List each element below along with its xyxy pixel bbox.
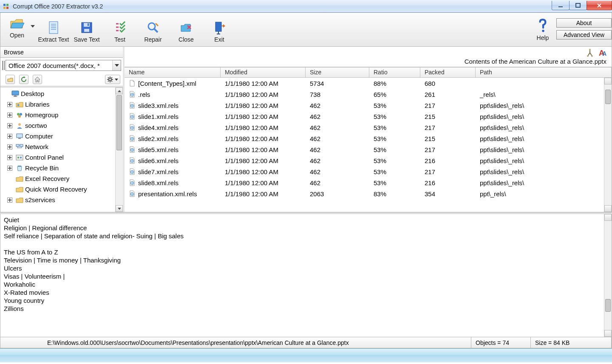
tree-item[interactable]: Recycle Bin: [0, 163, 115, 173]
scroll-down-icon[interactable]: [116, 205, 123, 212]
extract-text-button[interactable]: Extract Text: [37, 14, 70, 44]
table-row[interactable]: slide4.xml.rels1/1/1980 12:00 AM46253%21…: [125, 122, 604, 133]
expander-icon[interactable]: [7, 166, 12, 171]
grip-icon[interactable]: [2, 61, 5, 70]
col-header-modified[interactable]: Modified: [221, 68, 306, 77]
grid-scrollbar[interactable]: [604, 78, 612, 212]
test-button[interactable]: Test: [103, 14, 136, 44]
cell-size: 462: [306, 157, 369, 164]
window-minimize-button[interactable]: [552, 1, 570, 10]
expander-icon[interactable]: [7, 144, 12, 150]
tree-item[interactable]: Quick Word Recovery: [0, 184, 115, 195]
cell-modified: 1/1/1980 12:00 AM: [221, 168, 306, 175]
expander-icon[interactable]: [7, 155, 12, 160]
table-row[interactable]: slide3.xml.rels1/1/1980 12:00 AM46253%21…: [125, 100, 604, 111]
tree-item[interactable]: Computer: [0, 131, 115, 141]
table-row[interactable]: slide1.xml.rels1/1/1980 12:00 AM46253%21…: [125, 111, 604, 122]
table-row[interactable]: slide8.xml.rels1/1/1980 12:00 AM46253%21…: [125, 177, 604, 188]
tree-item[interactable]: Excel Recovery: [0, 173, 115, 184]
tree-item[interactable]: Libraries: [0, 99, 115, 110]
tree-item[interactable]: Control Panel: [0, 152, 115, 163]
open-dropdown-caret-icon[interactable]: [31, 25, 35, 29]
scroll-thumb[interactable]: [116, 95, 122, 150]
nav-up-icon[interactable]: [6, 75, 15, 84]
windows-taskbar[interactable]: [0, 348, 612, 362]
tree-item-label: Network: [25, 143, 48, 150]
table-row[interactable]: slide2.xml.rels1/1/1980 12:00 AM46253%21…: [125, 133, 604, 144]
scroll-down-icon[interactable]: [604, 330, 612, 337]
scroll-thumb[interactable]: [605, 90, 611, 104]
cell-path: ppt\slides\_rels\: [476, 135, 604, 142]
nav-home-icon[interactable]: [33, 75, 42, 84]
cell-size: 462: [306, 168, 369, 175]
col-header-ratio[interactable]: Ratio: [369, 68, 420, 77]
tree-item[interactable]: socrtwo: [0, 120, 115, 131]
tree-item-label: Recycle Bin: [25, 164, 59, 172]
scroll-up-icon[interactable]: [604, 78, 612, 85]
tree-item[interactable]: Network: [0, 141, 115, 152]
svg-line-19: [108, 77, 109, 78]
cell-modified: 1/1/1980 12:00 AM: [221, 113, 306, 120]
table-row[interactable]: [Content_Types].xml1/1/1980 12:00 AM5734…: [125, 78, 604, 89]
window-title: Corrupt Office 2007 Extractor v3.2: [12, 3, 552, 10]
expander-icon[interactable]: [7, 102, 12, 107]
folder-tree[interactable]: DesktopLibrariesHomegroupsocrtwoComputer…: [0, 87, 123, 212]
scroll-down-icon[interactable]: [604, 205, 612, 212]
help-button[interactable]: Help: [531, 13, 555, 42]
repair-button[interactable]: Repair: [136, 14, 170, 44]
expander-icon[interactable]: [7, 134, 12, 139]
tree-item[interactable]: Desktop: [0, 88, 115, 99]
table-row[interactable]: slide6.xml.rels1/1/1980 12:00 AM46253%21…: [125, 155, 604, 166]
col-header-path[interactable]: Path: [476, 68, 612, 77]
svg-rect-23: [12, 91, 19, 95]
status-size: Size = 84 KB: [531, 337, 612, 348]
expander-icon[interactable]: [7, 123, 12, 128]
table-row[interactable]: slide5.xml.rels1/1/1980 12:00 AM46253%21…: [125, 144, 604, 155]
file-type-filter-input[interactable]: [6, 62, 112, 69]
about-button[interactable]: About: [556, 18, 612, 28]
grid-header: Name Modified Size Ratio Packed Path: [125, 68, 612, 78]
window-maximize-button[interactable]: [569, 1, 587, 10]
svg-rect-9: [84, 29, 89, 32]
col-header-packed[interactable]: Packed: [420, 68, 476, 77]
scroll-up-icon[interactable]: [116, 87, 123, 94]
svg-point-14: [109, 78, 111, 81]
filter-dropdown-icon[interactable]: [112, 60, 121, 71]
save-text-button[interactable]: Save Text: [70, 14, 103, 44]
cell-size: 462: [306, 146, 369, 153]
advanced-view-button[interactable]: Advanced View: [556, 30, 612, 40]
table-row[interactable]: presentation.xml.rels1/1/1980 12:00 AM20…: [125, 188, 604, 199]
nav-refresh-icon[interactable]: [19, 75, 28, 84]
table-row[interactable]: slide7.xml.rels1/1/1980 12:00 AM46253%21…: [125, 166, 604, 177]
scroll-up-icon[interactable]: [604, 214, 612, 221]
table-row[interactable]: .rels1/1/1980 12:00 AM73865%261_rels\: [125, 89, 604, 100]
browse-settings-button[interactable]: [105, 75, 120, 84]
app-icon: [3, 3, 9, 10]
window-close-button[interactable]: [586, 1, 612, 10]
file-xml-icon: [129, 113, 136, 120]
folder-icon: [16, 175, 23, 182]
tree-item-label: Libraries: [25, 101, 50, 108]
svg-point-29: [18, 115, 21, 118]
file-type-filter[interactable]: [6, 60, 121, 71]
col-header-size[interactable]: Size: [306, 68, 369, 77]
tree-scrollbar[interactable]: [115, 87, 123, 212]
cell-modified: 1/1/1980 12:00 AM: [221, 80, 306, 87]
cell-name: slide7.xml.rels: [138, 168, 178, 175]
extract-scrollbar[interactable]: [604, 214, 612, 337]
svg-point-28: [20, 113, 22, 116]
file-xml-icon: [129, 135, 136, 142]
open-button[interactable]: Open: [3, 14, 37, 40]
exit-button[interactable]: Exit: [203, 14, 236, 44]
tree-item[interactable]: Homegroup: [0, 110, 115, 120]
svg-point-41: [591, 55, 593, 57]
extracted-text[interactable]: Quiet Religion | Regional difference Sel…: [0, 214, 604, 337]
tree-item[interactable]: s2services: [0, 195, 115, 205]
col-header-name[interactable]: Name: [125, 68, 221, 77]
scroll-thumb[interactable]: [605, 299, 611, 312]
expander-icon[interactable]: [7, 198, 12, 203]
cell-modified: 1/1/1980 12:00 AM: [221, 91, 306, 98]
close-button[interactable]: Close: [170, 14, 203, 44]
cell-path: ppt\slides\_rels\: [476, 168, 604, 175]
expander-icon[interactable]: [7, 113, 12, 118]
